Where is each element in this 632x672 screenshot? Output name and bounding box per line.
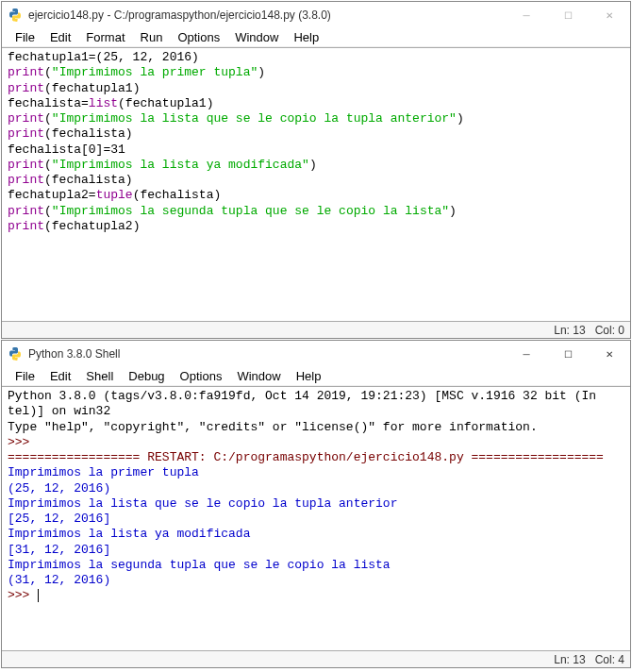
shell-output-line: [31, 12, 2016] [8, 543, 110, 557]
code-editor[interactable]: fechatupla1=(25, 12, 2016) print("Imprim… [2, 47, 630, 321]
close-button[interactable]: ✕ [589, 2, 630, 28]
close-button[interactable]: ✕ [589, 341, 630, 367]
menu-file[interactable]: File [8, 30, 42, 44]
code-builtin: tuple [96, 188, 133, 202]
code-text: (fechalista) [44, 173, 133, 187]
code-text: fechalista= [8, 96, 89, 110]
code-text: (fechatupla1) [118, 96, 213, 110]
menu-window[interactable]: Window [227, 30, 286, 44]
editor-window: ejercicio148.py - C:/programaspython/eje… [1, 1, 631, 339]
shell-output-line: (25, 12, 2016) [8, 481, 110, 496]
shell-prompt: >>> [8, 435, 29, 449]
menu-shell[interactable]: Shell [78, 369, 121, 383]
editor-titlebar[interactable]: ejercicio148.py - C:/programaspython/eje… [2, 2, 630, 28]
shell-menubar: File Edit Shell Debug Options Window Hel… [2, 367, 630, 386]
code-string: "Imprimimos la lista que se le copio la … [52, 111, 457, 126]
shell-banner: Python 3.8.0 (tags/v3.8.0:fa919fd, Oct 1… [8, 389, 596, 403]
menu-edit[interactable]: Edit [42, 369, 78, 383]
minimize-button[interactable]: ─ [506, 2, 547, 28]
code-text: (fechalista) [133, 188, 222, 202]
menu-help[interactable]: Help [286, 30, 326, 44]
code-text: (fechatupla1) [44, 81, 140, 95]
menu-run[interactable]: Run [133, 30, 171, 44]
minimize-button[interactable]: ─ [506, 341, 547, 367]
status-line: Ln: 13 [554, 324, 585, 337]
shell-titlebar[interactable]: Python 3.8.0 Shell ─ ☐ ✕ [2, 341, 630, 367]
status-col: Col: 0 [595, 324, 624, 337]
text-cursor-icon [38, 589, 39, 602]
maximize-button[interactable]: ☐ [547, 2, 589, 28]
shell-restart-line: ================== RESTART: C:/programas… [8, 450, 604, 464]
menu-debug[interactable]: Debug [121, 369, 172, 383]
shell-output-line: Imprimimos la primer tupla [8, 465, 199, 479]
shell-prompt: >>> [8, 588, 29, 602]
editor-statusbar: Ln: 13 Col: 0 [2, 321, 630, 338]
code-string: "Imprimimos la primer tupla" [52, 65, 258, 79]
code-builtin: print [8, 65, 44, 79]
shell-banner: Type "help", "copyright", "credits" or "… [8, 420, 538, 434]
editor-menubar: File Edit Format Run Options Window Help [2, 28, 630, 47]
menu-file[interactable]: File [8, 369, 42, 383]
status-line: Ln: 13 [554, 653, 585, 666]
python-shell-icon [8, 346, 23, 361]
code-builtin: print [8, 204, 44, 218]
python-file-icon [8, 8, 23, 23]
code-builtin: print [8, 158, 44, 172]
shell-title: Python 3.8.0 Shell [28, 347, 506, 361]
shell-output-line: Imprimimos la lista que se le copio la t… [8, 496, 397, 511]
shell-banner: tel)] on win32 [8, 404, 110, 418]
code-builtin: print [8, 126, 44, 141]
code-builtin: print [8, 219, 44, 233]
code-builtin: print [8, 111, 44, 126]
editor-window-controls: ─ ☐ ✕ [506, 2, 630, 28]
code-builtin: print [8, 173, 44, 187]
code-builtin: list [89, 96, 118, 110]
code-text: (fechalista) [44, 126, 133, 141]
code-builtin: print [8, 81, 44, 95]
shell-window-controls: ─ ☐ ✕ [506, 341, 630, 367]
shell-statusbar: Ln: 13 Col: 4 [2, 650, 630, 667]
menu-help[interactable]: Help [289, 369, 329, 383]
shell-output-line: [25, 12, 2016] [8, 512, 110, 526]
shell-output-line: Imprimimos la segunda tupla que se le co… [8, 558, 391, 572]
editor-title: ejercicio148.py - C:/programaspython/eje… [28, 8, 506, 22]
code-text: fechatupla2= [8, 188, 96, 202]
menu-format[interactable]: Format [78, 30, 132, 44]
menu-options[interactable]: Options [173, 369, 230, 383]
menu-options[interactable]: Options [170, 30, 227, 44]
shell-window: Python 3.8.0 Shell ─ ☐ ✕ File Edit Shell… [1, 340, 631, 668]
code-text: (fechatupla2) [44, 219, 140, 233]
code-line: fechatupla1=(25, 12, 2016) [8, 50, 199, 64]
status-col: Col: 4 [595, 653, 624, 666]
maximize-button[interactable]: ☐ [547, 341, 589, 367]
shell-output-line: (31, 12, 2016) [8, 573, 110, 587]
menu-window[interactable]: Window [229, 369, 288, 383]
code-string: "Imprimimos la lista ya modificada" [52, 158, 309, 172]
code-text: fechalista[0]=31 [8, 143, 125, 157]
shell-output-line: Imprimimos la lista ya modificada [8, 527, 250, 541]
shell-output[interactable]: Python 3.8.0 (tags/v3.8.0:fa919fd, Oct 1… [2, 386, 630, 650]
menu-edit[interactable]: Edit [42, 30, 78, 44]
code-string: "Imprimimos la segunda tupla que se le c… [52, 204, 449, 218]
